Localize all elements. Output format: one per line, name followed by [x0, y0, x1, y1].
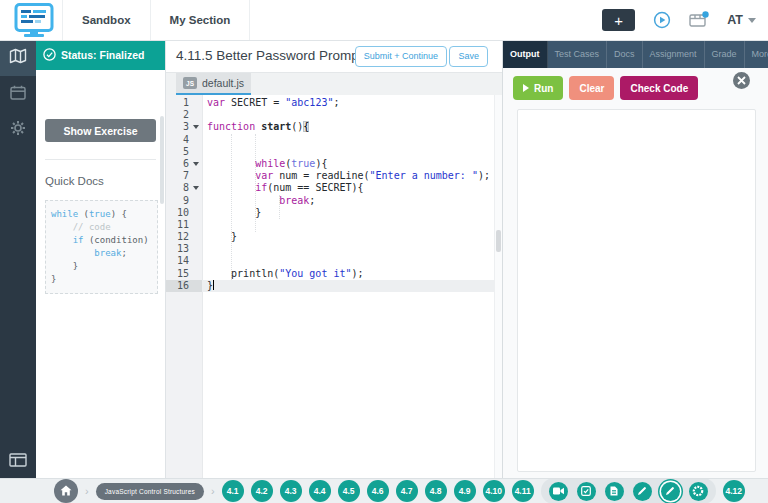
code-line-12[interactable]: 12 } — [166, 231, 495, 243]
sandbox-video-icon[interactable] — [689, 11, 709, 29]
output-tab-assignment[interactable]: Assignment — [643, 40, 705, 68]
fold-caret-icon[interactable] — [193, 186, 199, 190]
show-exercise-button[interactable]: Show Exercise — [45, 119, 156, 142]
line-number: 14 — [166, 255, 202, 267]
fold-caret-icon[interactable] — [193, 162, 199, 166]
code-line-3[interactable]: 3function start(){ — [166, 121, 495, 133]
line-number: 8 — [166, 182, 202, 194]
editor-scrollbar[interactable] — [494, 95, 502, 478]
code-line-7[interactable]: 7 var num = readLine("Enter a number: ")… — [166, 170, 495, 182]
code-line-10[interactable]: 10 } — [166, 207, 495, 219]
check-code-button[interactable]: Check Code — [620, 76, 698, 100]
play-icon — [523, 84, 529, 92]
pencil-icon[interactable] — [633, 482, 652, 501]
code-line-8[interactable]: 8 if(num == SECRET){ — [166, 182, 495, 194]
output-toolbar: Run Clear Check Code — [503, 68, 768, 100]
code-line-9[interactable]: 9 break; — [166, 195, 495, 207]
home-button[interactable] — [54, 479, 78, 503]
lesson-item-4.7[interactable]: 4.7 — [396, 480, 418, 502]
code-line-14[interactable]: 14 — [166, 255, 495, 267]
left-panel-scrollbar[interactable] — [160, 116, 164, 204]
top-navbar: Sandbox My Section + AT — [0, 0, 768, 41]
sidebar-item-calendar[interactable] — [0, 76, 36, 112]
code-editor[interactable]: 1var SECRET = "abc123";23function start(… — [166, 95, 502, 478]
lesson-item-4.11[interactable]: 4.11 — [512, 480, 534, 502]
lesson-item-4.2[interactable]: 4.2 — [251, 480, 273, 502]
document-icon[interactable] — [605, 482, 624, 501]
gear-icon — [10, 120, 26, 140]
divider — [45, 159, 156, 160]
sidebar-item-layout[interactable] — [0, 453, 36, 471]
lesson-item-4.5[interactable]: 4.5 — [338, 480, 360, 502]
breadcrumb-course-pill[interactable]: JavaScript Control Structures — [96, 483, 204, 500]
tab-sandbox[interactable]: Sandbox — [62, 0, 151, 40]
play-circle-icon[interactable] — [653, 11, 671, 29]
navbar-tabs: Sandbox My Section — [62, 0, 250, 40]
line-number: 5 — [166, 146, 202, 158]
submit-continue-button[interactable]: Submit + Continue — [355, 46, 447, 67]
file-tab-label: default.js — [202, 77, 244, 89]
code-line-6[interactable]: 6 while(true){ — [166, 158, 495, 170]
editor-scrollbar-thumb[interactable] — [496, 230, 501, 252]
quick-docs-snippet: while (true) { // code if (condition) br… — [45, 200, 158, 294]
codehs-monitor-logo[interactable] — [13, 3, 55, 37]
code-line-11[interactable]: 11 — [166, 219, 495, 231]
code-line-5[interactable]: 5 — [166, 146, 495, 158]
quiz-check-icon[interactable] — [577, 482, 596, 501]
code-line-2[interactable]: 2 — [166, 109, 495, 121]
code-line-13[interactable]: 13 — [166, 243, 495, 255]
output-tab-more[interactable]: More — [745, 40, 768, 68]
save-button[interactable]: Save — [449, 46, 488, 67]
sidebar-item-settings[interactable] — [0, 112, 36, 148]
map-icon — [9, 48, 27, 68]
line-number: 7 — [166, 170, 202, 182]
line-number: 16 — [166, 280, 202, 292]
output-tab-grade[interactable]: Grade — [705, 40, 745, 68]
lesson-item-4.10[interactable]: 4.10 — [483, 480, 505, 502]
video-icon[interactable] — [549, 482, 568, 501]
fold-caret-icon[interactable] — [193, 125, 199, 129]
pencil-icon-active[interactable] — [661, 482, 680, 501]
output-panel: OutputTest CasesDocsAssignmentGradeMore … — [502, 40, 768, 478]
clear-button[interactable]: Clear — [569, 76, 614, 100]
lesson-item-4.9[interactable]: 4.9 — [454, 480, 476, 502]
lesson-item-4.4[interactable]: 4.4 — [309, 480, 331, 502]
status-badge: Status: Finalized — [36, 40, 165, 70]
calendar-icon — [10, 85, 26, 104]
tab-my-section[interactable]: My Section — [151, 0, 251, 40]
code-line-1[interactable]: 1var SECRET = "abc123"; — [166, 97, 495, 109]
output-tab-output[interactable]: Output — [503, 40, 548, 68]
user-menu[interactable]: AT — [727, 13, 756, 27]
js-file-icon: JS — [183, 77, 197, 89]
line-number: 13 — [166, 243, 202, 255]
quick-docs-title: Quick Docs — [45, 175, 165, 187]
file-tab-default-js[interactable]: JS default.js — [176, 73, 251, 95]
code-line-4[interactable]: 4 — [166, 134, 495, 146]
line-number: 3 — [166, 121, 202, 133]
badge-icon[interactable] — [689, 482, 708, 501]
line-number: 10 — [166, 207, 202, 219]
output-tab-docs[interactable]: Docs — [607, 40, 643, 68]
chevron-right-icon: › — [85, 485, 89, 497]
lesson-item-4.3[interactable]: 4.3 — [280, 480, 302, 502]
clear-x-icon[interactable] — [733, 72, 750, 89]
run-button[interactable]: Run — [513, 76, 563, 100]
lesson-item-4.1[interactable]: 4.1 — [222, 480, 244, 502]
create-plus-button[interactable]: + — [602, 9, 635, 31]
sidebar-item-map[interactable] — [0, 40, 36, 76]
code-line-16[interactable]: 16} — [166, 280, 495, 292]
page-title: 4.11.5 Better Password Prompt — [176, 48, 363, 63]
output-tab-test-cases[interactable]: Test Cases — [548, 40, 608, 68]
chevron-down-icon — [748, 18, 756, 23]
user-initials: AT — [727, 13, 743, 27]
lesson-item-4.8[interactable]: 4.8 — [425, 480, 447, 502]
file-tabstrip: JS default.js — [166, 73, 502, 96]
output-console — [517, 109, 756, 472]
line-number: 9 — [166, 195, 202, 207]
lesson-expanded-group — [541, 478, 716, 503]
navbar-actions: + AT — [602, 0, 756, 40]
lesson-item-4.12[interactable]: 4.12 — [723, 480, 745, 502]
lesson-item-4.6[interactable]: 4.6 — [367, 480, 389, 502]
code-line-15[interactable]: 15 println("You got it"); — [166, 268, 495, 280]
lesson-navbar: › JavaScript Control Structures › 4.14.2… — [0, 478, 768, 503]
